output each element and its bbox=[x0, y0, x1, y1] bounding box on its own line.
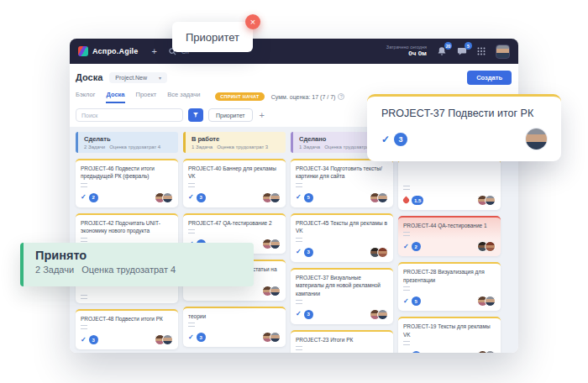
task-card[interactable]: PROJECT-46 Подвести итоги предыдущей РК … bbox=[76, 159, 178, 207]
card-avatars bbox=[480, 296, 496, 307]
time-tracker[interactable]: Затрачено сегодня 0ч 0м bbox=[386, 45, 427, 59]
filter-button[interactable] bbox=[188, 108, 203, 122]
apps-grid-icon[interactable] bbox=[477, 44, 486, 59]
column-header: В работе1 Задача Оценка трудозатрат 3 bbox=[183, 132, 286, 153]
estimate-badge: 2 bbox=[89, 193, 98, 202]
priority-tooltip: Приоритет × bbox=[172, 22, 253, 52]
card-avatars bbox=[158, 192, 173, 203]
estimate-badge: 3 bbox=[394, 133, 407, 146]
card-avatars bbox=[265, 332, 281, 343]
card-meta-left: ✓3 bbox=[81, 335, 98, 344]
accepted-title: Принято bbox=[35, 249, 242, 262]
topbar-right: Затрачено сегодня 0ч 0м 20 5 bbox=[386, 44, 510, 59]
sprint-status-badge: СПРИНТ НАЧАТ bbox=[215, 92, 264, 101]
check-icon: ✓ bbox=[296, 249, 302, 255]
project-select[interactable]: Project.New ▾ bbox=[109, 72, 167, 83]
task-card[interactable]: PROJECT-19 Тексты для рекламы VK✓5 bbox=[398, 317, 501, 353]
description-icon bbox=[81, 325, 87, 329]
accepted-column-callout: Принято 2 Задачи Оценка трудозатрат 4 bbox=[20, 243, 254, 286]
task-card[interactable]: PROJECT-44 QA-тестирование 1✓2 bbox=[398, 216, 501, 256]
avatar bbox=[270, 192, 281, 203]
card-avatars bbox=[265, 239, 281, 249]
avatar bbox=[485, 350, 496, 353]
bell-badge: 20 bbox=[444, 42, 452, 50]
tab-1[interactable]: Бэклог bbox=[76, 91, 95, 103]
task-card[interactable]: PROJECT-34 Подготовить тексты/картинки д… bbox=[291, 159, 393, 207]
column-meta: 2 Задачи Оценка трудозатрат 4 bbox=[84, 144, 172, 150]
card-meta-left: ✓3 bbox=[296, 310, 313, 319]
overlay-task-card[interactable]: PROJECT-37 Подвести итог РК ✓ 3 bbox=[367, 94, 561, 161]
tab-2[interactable]: Доска bbox=[106, 91, 124, 103]
accepted-meta: 2 Задачи Оценка трудозатрат 4 bbox=[35, 265, 242, 275]
card-avatars bbox=[373, 192, 388, 203]
messages-icon[interactable]: 5 bbox=[457, 46, 467, 56]
column-name: Сделать bbox=[84, 135, 172, 143]
task-card[interactable]: PROJECT-37 Визуальные материалы для ново… bbox=[291, 268, 393, 324]
task-card[interactable]: PROJECT-28 Визуализация для презентации✓… bbox=[398, 262, 501, 311]
description-icon bbox=[188, 183, 195, 187]
card-meta: ✓3 bbox=[188, 332, 281, 343]
card-meta-left: ✓3 bbox=[188, 193, 206, 202]
tab-3[interactable]: Проект bbox=[136, 91, 157, 103]
task-card[interactable]: PROJECT-40 Баннер для рекламы VK✓3 bbox=[183, 159, 286, 207]
add-filter-button[interactable]: + bbox=[260, 110, 265, 120]
page-title: Доска bbox=[76, 72, 102, 82]
card-meta: ✓3 bbox=[81, 334, 173, 345]
notifications-bell-icon[interactable]: 20 bbox=[437, 46, 447, 56]
estimate-badge: 3 bbox=[304, 248, 313, 257]
task-card[interactable]: PROJECT-45 Тексты для рекламы в VK✓3 bbox=[291, 213, 393, 262]
check-icon: ✓ bbox=[381, 134, 390, 145]
card-meta bbox=[188, 286, 281, 296]
card-title: PROJECT-46 Подвести итоги предыдущей РК … bbox=[81, 165, 173, 181]
description-icon bbox=[81, 183, 87, 187]
card-meta: ✓3 bbox=[296, 309, 388, 320]
card-meta-left: ✓3 bbox=[296, 248, 313, 257]
task-card[interactable]: PROJECT-23 Итоги РК✓5 bbox=[291, 330, 393, 353]
description-icon bbox=[403, 186, 410, 190]
description-icon bbox=[81, 295, 87, 299]
estimate-badge: 3 bbox=[89, 335, 98, 344]
avatar bbox=[270, 286, 281, 296]
assignee-avatar bbox=[526, 129, 547, 150]
check-icon: ✓ bbox=[81, 337, 87, 344]
board-column-3: Сделано1 Задача Оценка трудозатрат 3PROJ… bbox=[291, 132, 393, 353]
create-button[interactable]: Создать bbox=[467, 71, 512, 85]
card-title-hidden bbox=[403, 165, 496, 183]
time-tracker-label: Затрачено сегодня bbox=[386, 45, 427, 50]
card-avatars bbox=[480, 241, 496, 252]
avatar bbox=[485, 296, 496, 307]
column-header: Сделать2 Задачи Оценка трудозатрат 4 bbox=[76, 132, 178, 153]
card-title: PROJECT-37 Визуальные материалы для ново… bbox=[296, 274, 388, 297]
card-title: PROJECT-48 Подвести итоги РК bbox=[81, 315, 173, 323]
avatar bbox=[270, 239, 281, 249]
card-meta: 1.5 bbox=[403, 195, 496, 206]
card-title: PROJECT-45 Тексты для рекламы в VK bbox=[296, 219, 388, 235]
close-icon[interactable]: × bbox=[245, 14, 260, 29]
user-avatar[interactable] bbox=[496, 45, 510, 59]
card-title: PROJECT-42 Подсчитать UNIT-экономику нов… bbox=[81, 219, 173, 235]
card-avatars bbox=[158, 334, 173, 345]
description-icon bbox=[296, 183, 302, 187]
add-icon[interactable]: + bbox=[152, 46, 157, 56]
task-card[interactable]: теории✓3 bbox=[183, 307, 286, 347]
check-icon: ✓ bbox=[188, 334, 194, 341]
tab-4[interactable]: Все задачи bbox=[167, 91, 200, 103]
estimate-badge: 5 bbox=[412, 351, 421, 353]
estimate-badge: 3 bbox=[304, 310, 313, 319]
board-tabs: БэклогДоскаПроектВсе задачи bbox=[76, 91, 200, 103]
help-icon[interactable]: ? bbox=[338, 93, 344, 100]
priority-tooltip-label: Приоритет bbox=[186, 31, 239, 44]
card-meta: ✓2 bbox=[81, 192, 173, 203]
search-input[interactable] bbox=[76, 108, 183, 122]
avatar bbox=[162, 334, 173, 345]
estimate-badge: 5 bbox=[304, 193, 313, 202]
card-meta: ✓5 bbox=[403, 296, 496, 307]
card-title: PROJECT-40 Баннер для рекламы VK bbox=[188, 165, 281, 181]
avatar bbox=[377, 192, 388, 203]
card-avatars bbox=[373, 247, 388, 258]
filter-chip-priority[interactable]: Приоритет bbox=[208, 108, 253, 122]
task-card[interactable]: 1.5 bbox=[398, 159, 501, 210]
board-column-2: В работе1 Задача Оценка трудозатрат 3PRO… bbox=[183, 132, 286, 347]
score-summary: Сумм. оценка: 17 (7 / 7) bbox=[271, 94, 336, 100]
task-card[interactable]: PROJECT-48 Подвести итоги РК✓3 bbox=[76, 309, 178, 349]
